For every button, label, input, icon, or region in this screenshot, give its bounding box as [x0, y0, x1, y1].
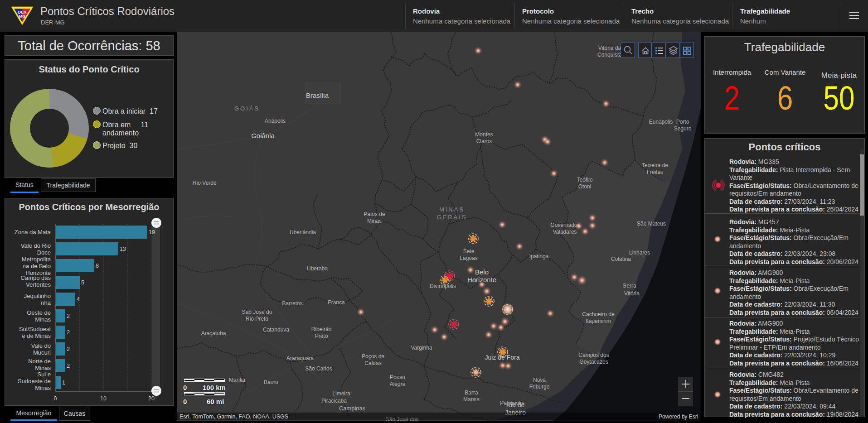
- svg-text:20: 20: [148, 395, 155, 402]
- svg-text:e de Minas: e de Minas: [22, 332, 51, 339]
- svg-text:2: 2: [67, 329, 70, 336]
- svg-text:Rio Verde: Rio Verde: [193, 180, 217, 186]
- svg-text:Divinópolis: Divinópolis: [430, 283, 456, 289]
- svg-text:Caldas: Caldas: [364, 360, 381, 366]
- svg-text:Araraquara: Araraquara: [286, 355, 314, 361]
- svg-text:Campinas: Campinas: [339, 405, 366, 412]
- svg-text:Sudoeste de: Sudoeste de: [18, 378, 51, 385]
- svg-text:São Carlos: São Carlos: [305, 365, 332, 372]
- svg-text:Mucuri: Mucuri: [33, 349, 51, 356]
- svg-text:Uberlândia: Uberlândia: [290, 229, 316, 236]
- svg-text:Minas: Minas: [367, 218, 382, 224]
- svg-text:Campo das: Campo das: [21, 274, 51, 281]
- svg-text:Montes: Montes: [475, 131, 493, 138]
- svg-text:Alegre: Alegre: [390, 381, 406, 387]
- svg-text:Conquista: Conquista: [597, 52, 622, 58]
- svg-text:MG: MG: [19, 14, 26, 19]
- svg-text:GERAIS: GERAIS: [436, 214, 467, 221]
- svg-text:Rio de: Rio de: [506, 401, 525, 409]
- svg-text:4: 4: [77, 296, 80, 303]
- svg-text:Vale do Rio: Vale do Rio: [21, 242, 51, 249]
- svg-text:Campos dos: Campos dos: [578, 352, 609, 358]
- svg-text:Ipatinga: Ipatinga: [529, 253, 549, 260]
- svg-text:Vitória: Vitória: [624, 290, 640, 297]
- svg-text:Metropolita: Metropolita: [22, 256, 51, 263]
- svg-text:Itapemirim: Itapemirim: [586, 318, 611, 324]
- svg-text:Cachoeiro de: Cachoeiro de: [582, 311, 615, 317]
- svg-text:Barra: Barra: [465, 389, 478, 396]
- svg-text:Sete: Sete: [463, 248, 475, 255]
- svg-text:Goiânia: Goiânia: [251, 132, 275, 139]
- svg-text:Minas: Minas: [35, 385, 51, 391]
- svg-text:2: 2: [67, 363, 70, 369]
- svg-text:Jequitinho: Jequitinho: [24, 293, 51, 299]
- svg-text:Goytacazes: Goytacazes: [579, 359, 608, 365]
- svg-text:Varginha: Varginha: [411, 345, 432, 351]
- svg-text:Anápolis: Anápolis: [265, 118, 286, 124]
- svg-text:Franca: Franca: [328, 299, 345, 306]
- svg-text:Marília: Marília: [229, 377, 245, 383]
- svg-text:Poços de: Poços de: [362, 353, 384, 360]
- svg-text:0: 0: [54, 395, 57, 402]
- svg-text:Zona da Mata: Zona da Mata: [15, 229, 51, 236]
- svg-text:10: 10: [100, 395, 107, 402]
- svg-text:5: 5: [81, 279, 84, 286]
- svg-text:Claros: Claros: [476, 138, 492, 144]
- svg-text:Minas: Minas: [35, 365, 51, 371]
- svg-text:Ribeirão: Ribeirão: [311, 326, 332, 332]
- svg-text:Sul/Sudoest: Sul/Sudoest: [19, 326, 51, 332]
- svg-text:Juiz de Fora: Juiz de Fora: [485, 354, 519, 361]
- svg-text:1: 1: [62, 380, 65, 386]
- svg-text:na de Belo: na de Belo: [23, 263, 51, 269]
- svg-text:Minas: Minas: [35, 316, 51, 323]
- svg-text:Vertentes: Vertentes: [26, 281, 51, 288]
- svg-text:Pouso: Pouso: [390, 374, 405, 380]
- svg-text:São Mateus: São Mateus: [637, 221, 666, 227]
- svg-text:19: 19: [149, 229, 155, 236]
- svg-text:Barretos: Barretos: [282, 300, 302, 307]
- svg-text:Governador: Governador: [550, 222, 579, 228]
- svg-text:Friburgo: Friburgo: [529, 384, 550, 390]
- svg-text:Teófilo: Teófilo: [577, 177, 593, 183]
- svg-text:8: 8: [96, 263, 99, 269]
- svg-text:2: 2: [67, 313, 70, 319]
- svg-text:São José do: São José do: [242, 309, 272, 315]
- svg-text:Araçatuba: Araçatuba: [201, 330, 226, 336]
- svg-text:Lagoas: Lagoas: [460, 255, 477, 261]
- svg-text:Bauru: Bauru: [264, 379, 278, 385]
- svg-text:Freitas: Freitas: [647, 169, 664, 175]
- svg-text:nha: nha: [41, 299, 51, 306]
- svg-text:Limeira: Limeira: [332, 390, 350, 397]
- svg-text:Uberaba: Uberaba: [307, 265, 328, 272]
- svg-text:Preto: Preto: [315, 333, 328, 339]
- svg-text:Norte de: Norte de: [28, 358, 51, 365]
- svg-text:Brasília: Brasília: [306, 91, 329, 99]
- svg-text:Belo: Belo: [475, 268, 489, 276]
- svg-text:Porto: Porto: [676, 119, 689, 125]
- svg-text:Mansa: Mansa: [463, 396, 480, 403]
- svg-text:Doce: Doce: [37, 249, 51, 256]
- svg-text:Patos de: Patos de: [364, 211, 385, 217]
- svg-text:Rio Preto: Rio Preto: [246, 316, 268, 322]
- svg-text:GOIÁS: GOIÁS: [234, 105, 260, 112]
- svg-text:Piracicaba: Piracicaba: [321, 398, 347, 404]
- svg-text:13: 13: [120, 246, 126, 252]
- svg-text:Vitória da: Vitória da: [598, 45, 621, 51]
- svg-text:2: 2: [67, 346, 70, 352]
- svg-text:Valadares: Valadares: [553, 229, 577, 235]
- svg-text:Serra: Serra: [623, 283, 636, 289]
- svg-text:Vale do: Vale do: [31, 342, 51, 349]
- svg-text:Teixeira de: Teixeira de: [642, 162, 668, 168]
- svg-text:Eunápolis: Eunápolis: [649, 119, 673, 125]
- svg-text:Otoni: Otoni: [578, 183, 592, 190]
- svg-text:Nova: Nova: [533, 377, 546, 383]
- svg-text:MINAS: MINAS: [439, 206, 465, 213]
- svg-text:Catanduva: Catanduva: [263, 327, 289, 333]
- svg-text:Colatina: Colatina: [611, 256, 631, 262]
- svg-text:Sul e: Sul e: [37, 371, 51, 378]
- svg-text:Oeste de: Oeste de: [27, 309, 51, 316]
- svg-text:Linhares: Linhares: [629, 250, 650, 256]
- svg-text:Seguro: Seguro: [674, 125, 692, 132]
